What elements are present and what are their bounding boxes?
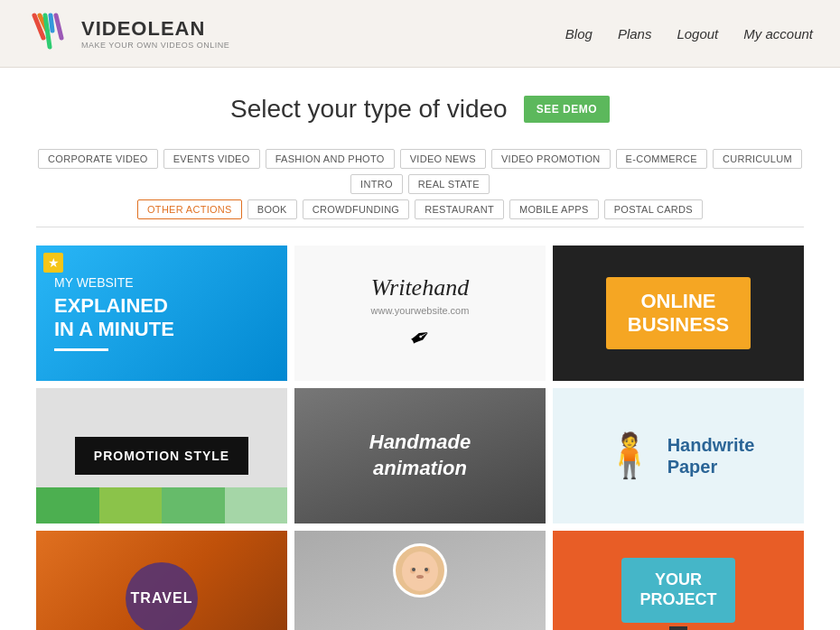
svg-point-10	[425, 568, 428, 571]
filter-postal-cards[interactable]: POSTAL CARDS	[604, 199, 703, 219]
star-badge: ★	[43, 253, 63, 273]
nav-logout[interactable]: Logout	[677, 26, 718, 42]
svg-point-6	[402, 551, 438, 591]
history-photo	[393, 543, 447, 598]
baby-face-svg	[396, 546, 444, 595]
card-your-project[interactable]: YOURPROJECT	[553, 531, 804, 630]
filter-crowdfunding[interactable]: CROWDFUNDING	[303, 199, 409, 219]
bar-green	[36, 487, 99, 523]
travel-circle: TRAVEL	[126, 562, 198, 630]
see-demo-button[interactable]: SEE DEMO	[524, 96, 610, 123]
online-text: ONLINEBUSINESS	[628, 290, 729, 338]
card-website-text: MY WEBSITE EXPLAINEDIN A MINUTE	[54, 275, 174, 342]
nav-plans[interactable]: Plans	[618, 26, 652, 42]
online-box: ONLINEBUSINESS	[606, 277, 751, 350]
filter-video-news[interactable]: VIDEO NEWS	[400, 149, 486, 169]
card-website-small: MY WEBSITE	[54, 275, 174, 291]
underline-bar	[54, 348, 108, 351]
card-your-history[interactable]: Your history:)	[294, 531, 546, 630]
nav-blog[interactable]: Blog	[565, 26, 593, 42]
filter-other-actions[interactable]: OTHER ACTIONS	[137, 199, 242, 219]
bar-light-green	[99, 487, 163, 523]
project-container: YOURPROJECT	[621, 558, 734, 630]
filter-row-1: CORPORATE VIDEO EVENTS VIDEO FASHION AND…	[36, 149, 804, 194]
logo-area: VIDEOLEAN MAKE YOUR OWN VIDEOS ONLINE	[27, 11, 229, 56]
project-text: YOURPROJECT	[639, 570, 716, 609]
filter-mobile-apps[interactable]: MOBILE APPS	[509, 199, 599, 219]
main-content: Select your type of video SEE DEMO CORPO…	[0, 68, 840, 630]
svg-point-11	[416, 575, 424, 579]
card-handmade-animation[interactable]: Handmadeanimation	[294, 388, 546, 523]
logo-icon	[27, 11, 72, 56]
filter-book[interactable]: BOOK	[247, 199, 297, 219]
pen-icon: ✒	[404, 320, 436, 356]
handmade-text: Handmadeanimation	[369, 430, 471, 481]
grid-section: ★ MY WEBSITE EXPLAINEDIN A MINUTE Writeh…	[36, 227, 804, 630]
header: VIDEOLEAN MAKE YOUR OWN VIDEOS ONLINE Bl…	[0, 0, 840, 68]
paper-title: HandwritePaper	[667, 434, 755, 477]
logo-text-area: VIDEOLEAN MAKE YOUR OWN VIDEOS ONLINE	[81, 17, 229, 50]
card-handwrite-paper[interactable]: 🧍 HandwritePaper	[553, 388, 804, 523]
monitor-stand	[669, 626, 687, 630]
filter-restaurant[interactable]: RESTAURANT	[415, 199, 504, 219]
bar-pale-green	[225, 487, 288, 523]
bar-medium-green	[162, 487, 225, 523]
svg-line-5	[56, 15, 61, 38]
video-grid: ★ MY WEBSITE EXPLAINEDIN A MINUTE Writeh…	[36, 246, 804, 630]
filter-row-2: OTHER ACTIONS BOOK CROWDFUNDING RESTAURA…	[36, 199, 804, 219]
project-monitor: YOURPROJECT	[621, 558, 734, 622]
filter-real-state[interactable]: REAL STATE	[408, 174, 490, 194]
card-writehand[interactable]: Writehand www.yourwebsite.com ✒	[294, 246, 546, 381]
filter-e-commerce[interactable]: E-COMMERCE	[616, 149, 707, 169]
card-promo-style[interactable]: PROMOTION STYLE	[36, 388, 287, 523]
promo-box: PROMOTION STYLE	[75, 437, 248, 475]
card-travel[interactable]: TRAVEL	[36, 531, 287, 630]
writehand-url: www.yourwebsite.com	[371, 305, 470, 316]
filter-corporate-video[interactable]: CORPORATE VIDEO	[38, 149, 158, 169]
nav-my-account[interactable]: My account	[743, 26, 813, 42]
logo-name: VIDEOLEAN	[81, 17, 229, 41]
page-title: Select your type of video	[230, 95, 508, 124]
title-area: Select your type of video SEE DEMO	[36, 95, 804, 124]
card-online-business[interactable]: ONLINEBUSINESS	[553, 246, 804, 381]
logo-tagline: MAKE YOUR OWN VIDEOS ONLINE	[81, 41, 229, 50]
filter-video-promotion[interactable]: VIDEO PROMOTION	[491, 149, 611, 169]
color-bars	[36, 487, 287, 523]
writehand-title: Writehand	[371, 274, 469, 301]
svg-line-4	[51, 15, 52, 31]
nav-links: Blog Plans Logout My account	[565, 26, 813, 42]
filter-fashion-and-photo[interactable]: FASHION AND PHOTO	[266, 149, 395, 169]
filter-intro[interactable]: INTRO	[350, 174, 403, 194]
card-website[interactable]: ★ MY WEBSITE EXPLAINEDIN A MINUTE	[36, 246, 287, 381]
person-icon: 🧍	[602, 431, 657, 481]
filter-curriculum[interactable]: CURRICULUM	[713, 149, 802, 169]
svg-point-9	[412, 568, 415, 571]
filter-events-video[interactable]: EVENTS VIDEO	[163, 149, 260, 169]
